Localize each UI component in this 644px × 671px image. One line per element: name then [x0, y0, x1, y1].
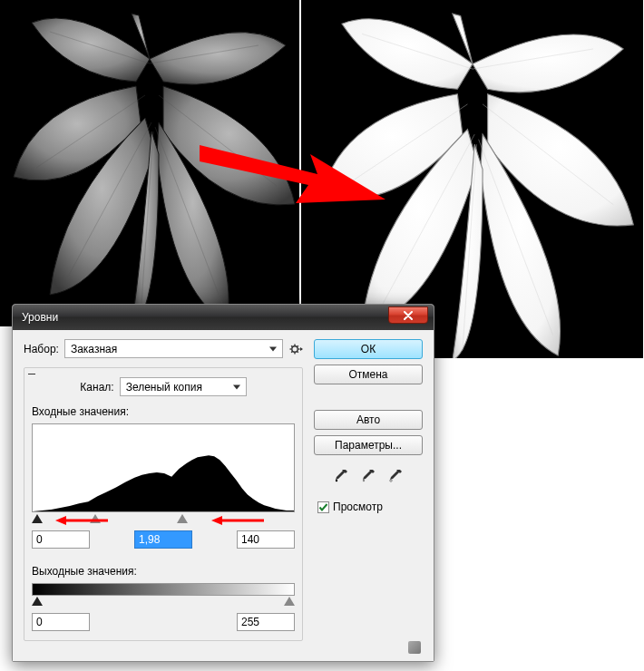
channel-value: Зеленый копия	[126, 381, 202, 394]
svg-marker-28	[211, 516, 222, 525]
svg-line-21	[298, 351, 298, 352]
histogram-plot	[33, 424, 294, 511]
white-point-eyedropper[interactable]	[385, 466, 405, 486]
svg-line-22	[291, 351, 292, 352]
output-slider-track	[32, 597, 295, 609]
titlebar[interactable]: Уровни	[13, 305, 434, 330]
eyedropper-black-icon	[334, 469, 348, 483]
levels-dialog: Уровни Набор: Заказная	[12, 304, 434, 662]
input-values-row	[32, 530, 295, 549]
gear-icon	[288, 342, 303, 356]
svg-marker-14	[200, 145, 385, 203]
svg-point-31	[390, 480, 392, 481]
transform-arrow	[200, 127, 390, 227]
channel-combo[interactable]: Зеленый копия	[120, 377, 247, 396]
output-shadow-slider[interactable]	[32, 597, 43, 606]
output-highlight-slider[interactable]	[284, 597, 295, 606]
preset-label: Набор:	[24, 343, 59, 355]
preview-label: Просмотр	[333, 501, 383, 513]
output-levels-label: Выходные значения:	[32, 565, 295, 578]
output-values-row	[32, 613, 295, 631]
eyedropper-white-icon	[388, 469, 403, 483]
preset-value: Заказная	[71, 343, 117, 355]
close-button[interactable]	[388, 306, 428, 324]
svg-marker-26	[55, 516, 66, 525]
cancel-button[interactable]: Отмена	[314, 365, 423, 384]
input-highlight-slider[interactable]	[177, 514, 188, 523]
svg-marker-24	[33, 455, 294, 511]
output-section: Выходные значения:	[32, 565, 295, 631]
levels-group: Канал: Зеленый копия Входные значения:	[24, 367, 303, 641]
resize-grip[interactable]	[408, 641, 421, 654]
black-point-eyedropper[interactable]	[331, 466, 351, 486]
input-shadow-value[interactable]	[32, 530, 90, 549]
preset-row: Набор: Заказная	[24, 339, 303, 358]
annotation-arrow-right	[211, 515, 264, 526]
input-midtone-value[interactable]	[134, 530, 192, 549]
preview-row: Просмотр	[314, 501, 423, 513]
input-slider-track	[32, 514, 295, 527]
svg-line-23	[298, 345, 298, 346]
input-midtone-slider[interactable]	[90, 514, 101, 523]
preview-checkbox[interactable]	[317, 501, 329, 513]
options-button[interactable]: Параметры...	[314, 435, 423, 455]
channel-row: Канал: Зеленый копия	[32, 377, 295, 396]
close-icon	[403, 311, 414, 320]
dialog-body: Набор: Заказная	[13, 330, 434, 661]
output-highlight-value[interactable]	[237, 613, 295, 631]
auto-button[interactable]: Авто	[314, 410, 423, 430]
left-column: Набор: Заказная	[24, 339, 303, 648]
input-shadow-slider[interactable]	[32, 514, 43, 523]
svg-point-29	[336, 480, 337, 481]
output-gradient[interactable]	[32, 583, 295, 596]
check-icon	[318, 502, 328, 512]
preset-combo[interactable]: Заказная	[64, 339, 283, 358]
collapse-indicator	[28, 374, 35, 374]
input-levels-label: Входные значения:	[32, 405, 295, 418]
output-shadow-value[interactable]	[32, 613, 90, 631]
eyedropper-row	[314, 466, 423, 486]
svg-point-30	[363, 480, 365, 481]
eyedropper-gray-icon	[361, 469, 376, 483]
dialog-title: Уровни	[18, 311, 58, 324]
svg-line-20	[291, 345, 292, 346]
channel-label: Канал:	[80, 381, 113, 394]
right-column: ОК Отмена Авто Параметры... Пр	[314, 339, 423, 648]
svg-point-15	[292, 345, 298, 351]
gray-point-eyedropper[interactable]	[358, 466, 378, 486]
ok-button[interactable]: ОК	[314, 339, 423, 359]
preset-menu-button[interactable]	[288, 342, 303, 356]
input-highlight-value[interactable]	[237, 530, 295, 549]
histogram[interactable]	[32, 423, 295, 512]
